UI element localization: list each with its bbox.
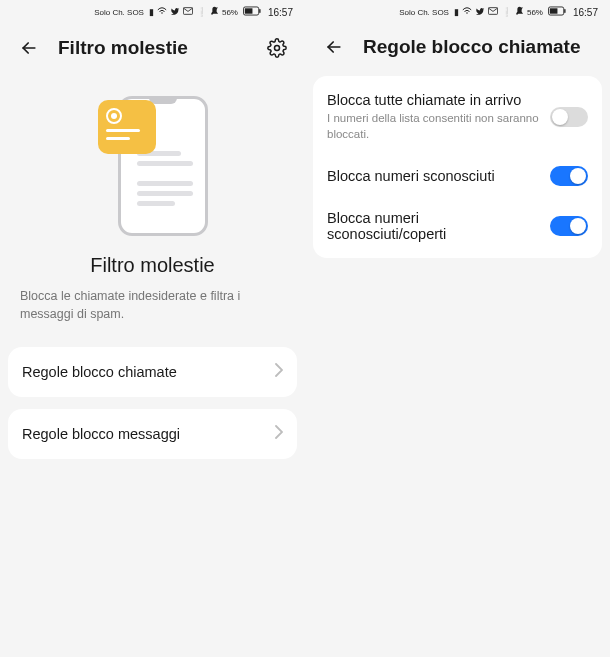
setting-block-hidden: Blocca numeri sconosciuti/coperti	[313, 198, 602, 254]
svg-rect-9	[564, 9, 565, 13]
back-button[interactable]	[323, 36, 345, 58]
setting-title: Blocca tutte chiamate in arrivo	[327, 92, 540, 108]
chevron-right-icon	[275, 363, 283, 381]
mail-icon	[488, 7, 498, 17]
wifi-icon	[462, 7, 472, 18]
mail-icon	[183, 7, 193, 17]
screen-left: Solo Ch. SOS ▮ ❕ 56% 16:57 Filtro molest…	[0, 0, 305, 657]
toggle-block-all-incoming[interactable]	[550, 107, 588, 127]
setting-title: Blocca numeri sconosciuti/coperti	[327, 210, 540, 242]
hero-title: Filtro molestie	[90, 254, 214, 277]
header: Filtro molestie	[0, 24, 305, 74]
page-title: Regole blocco chiamate	[363, 36, 594, 58]
mute-icon	[210, 6, 219, 18]
wifi-icon	[157, 7, 167, 18]
svg-rect-3	[259, 9, 260, 13]
status-battery-pct: 56%	[527, 8, 543, 17]
setting-subtitle: I numeri della lista consentiti non sara…	[327, 111, 540, 142]
back-button[interactable]	[18, 37, 40, 59]
toggle-block-unknown[interactable]	[550, 166, 588, 186]
list-item-label: Regole blocco chiamate	[22, 364, 177, 380]
hero-section: Filtro molestie Blocca le chiamate indes…	[0, 74, 305, 329]
svg-rect-10	[550, 8, 558, 13]
rules-message-item[interactable]: Regole blocco messaggi	[8, 409, 297, 459]
settings-button[interactable]	[265, 36, 289, 60]
status-time: 16:57	[268, 7, 293, 18]
status-bar: Solo Ch. SOS ▮ ❕ 56% 16:57	[305, 0, 610, 24]
setting-title: Blocca numeri sconosciuti	[327, 168, 540, 184]
setting-block-unknown: Blocca numeri sconosciuti	[313, 154, 602, 198]
twitter-icon	[475, 7, 485, 18]
setting-block-all-incoming: Blocca tutte chiamate in arrivo I numeri…	[313, 80, 602, 154]
alert-icon: ❕	[501, 8, 512, 17]
status-carrier: Solo Ch. SOS	[399, 8, 449, 17]
rules-list: Regole blocco chiamate Regole blocco mes…	[0, 329, 305, 459]
svg-point-5	[275, 46, 280, 51]
battery-icon	[243, 6, 261, 18]
list-item-label: Regole blocco messaggi	[22, 426, 180, 442]
page-title: Filtro molestie	[58, 37, 265, 59]
alert-icon: ❕	[196, 8, 207, 17]
toggle-block-hidden[interactable]	[550, 216, 588, 236]
status-battery-pct: 56%	[222, 8, 238, 17]
status-time: 16:57	[573, 7, 598, 18]
hero-subtitle: Blocca le chiamate indesiderate e filtra…	[20, 287, 285, 323]
hero-illustration	[98, 86, 208, 236]
sim-icon: ▮	[454, 8, 459, 17]
status-bar: Solo Ch. SOS ▮ ❕ 56% 16:57	[0, 0, 305, 24]
chevron-right-icon	[275, 425, 283, 443]
screen-right: Solo Ch. SOS ▮ ❕ 56% 16:57 Regole blocco…	[305, 0, 610, 657]
sim-icon: ▮	[149, 8, 154, 17]
mute-icon	[515, 6, 524, 18]
settings-card: Blocca tutte chiamate in arrivo I numeri…	[313, 76, 602, 258]
rules-call-item[interactable]: Regole blocco chiamate	[8, 347, 297, 397]
status-carrier: Solo Ch. SOS	[94, 8, 144, 17]
header: Regole blocco chiamate	[305, 24, 610, 72]
twitter-icon	[170, 7, 180, 18]
battery-icon	[548, 6, 566, 18]
svg-rect-4	[245, 8, 253, 13]
